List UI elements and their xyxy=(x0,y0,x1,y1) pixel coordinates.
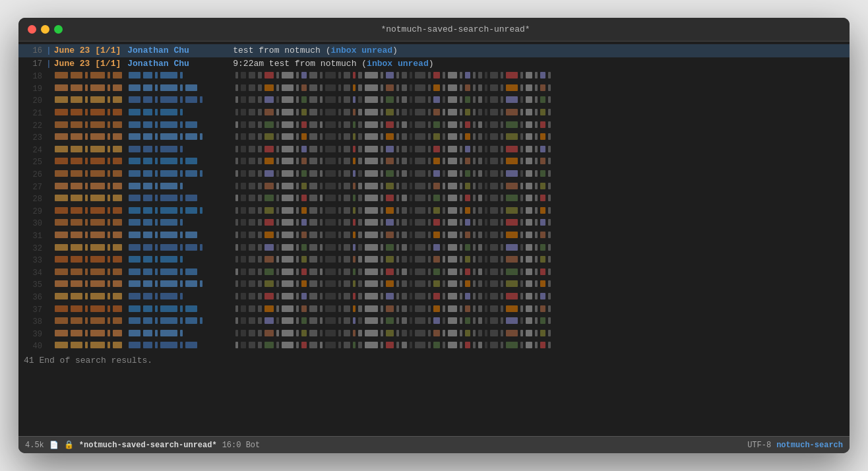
email-row-blurred[interactable]: 31 xyxy=(18,230,850,243)
blurred-subject xyxy=(235,133,844,140)
blurred-subject xyxy=(235,232,844,238)
blurred-date xyxy=(54,330,127,336)
row-number: 37 xyxy=(24,304,42,317)
buffer-filename: *notmuch-saved-search-unread* xyxy=(79,441,217,450)
email-row-blurred[interactable]: 28 xyxy=(18,193,850,206)
blurred-subject xyxy=(235,256,844,263)
blurred-sender xyxy=(128,232,233,238)
blurred-date xyxy=(54,317,127,324)
blurred-date xyxy=(54,219,127,226)
lock-icon: 🔒 xyxy=(64,440,74,450)
blurred-date xyxy=(54,109,127,115)
blurred-subject xyxy=(235,268,844,275)
blurred-sender xyxy=(128,121,233,128)
blurred-date xyxy=(54,170,127,177)
blurred-sender xyxy=(128,207,233,214)
email-row-blurred[interactable]: 36 xyxy=(18,292,850,304)
maximize-button[interactable] xyxy=(54,25,63,34)
blurred-sender xyxy=(128,84,233,91)
end-of-results: 41 End of search results. xyxy=(18,353,850,367)
blurred-subject xyxy=(235,305,844,312)
email-row-blurred[interactable]: 39 xyxy=(18,329,850,341)
tag-unread: unread xyxy=(361,46,392,55)
email-row-blurred[interactable]: 29 xyxy=(18,206,850,218)
row-number: 32 xyxy=(24,243,42,255)
email-row-blurred[interactable]: 35 xyxy=(18,279,850,292)
row-number: 39 xyxy=(24,329,42,341)
email-row-blurred[interactable]: 25 xyxy=(18,156,850,169)
blurred-sender xyxy=(128,330,233,336)
email-row-blurred[interactable]: 19 xyxy=(18,83,850,96)
email-subject: 9:22am test from notmuch (inbox unread) xyxy=(233,57,433,71)
blurred-sender xyxy=(128,305,233,312)
row-number: 27 xyxy=(24,181,42,194)
blurred-sender xyxy=(128,146,233,152)
row-number: 24 xyxy=(24,144,42,157)
email-row-blurred[interactable]: 37 xyxy=(18,304,850,317)
blurred-subject xyxy=(235,72,844,78)
close-button[interactable] xyxy=(28,25,36,34)
blurred-subject xyxy=(235,96,844,103)
blurred-date xyxy=(54,268,127,275)
email-row-blurred[interactable]: 27 xyxy=(18,181,850,194)
row-number: 25 xyxy=(24,156,42,169)
blurred-sender xyxy=(128,219,233,226)
blurred-sender xyxy=(128,158,233,164)
statusbar: 4.5k 📄 🔒 *notmuch-saved-search-unread* 1… xyxy=(18,436,850,453)
email-row-blurred[interactable]: 34 xyxy=(18,267,850,280)
row-number: 17 xyxy=(24,58,42,71)
row-number: 33 xyxy=(24,255,42,267)
blurred-sender xyxy=(128,280,233,287)
blurred-date xyxy=(54,72,127,78)
email-row-blurred[interactable]: 18 xyxy=(18,71,850,83)
cursor-position: 16:0 Bot xyxy=(222,441,261,450)
window-title: *notmuch-saved-search-unread* xyxy=(71,24,840,34)
row-number: 36 xyxy=(24,292,42,304)
blurred-sender xyxy=(128,133,233,140)
tag-unread: unread xyxy=(398,59,429,69)
row-number: 31 xyxy=(24,230,42,243)
email-row-blurred[interactable]: 22 xyxy=(18,120,850,133)
email-row-blurred[interactable]: 26 xyxy=(18,169,850,181)
blurred-subject xyxy=(235,207,844,214)
blurred-subject xyxy=(235,317,844,324)
blurred-date xyxy=(54,84,127,91)
email-list: 16 | June 23 [1/1] Jonathan Chu test fro… xyxy=(18,44,850,353)
file-icon: 📄 xyxy=(49,441,59,449)
email-row-17[interactable]: 17 | June 23 [1/1] Jonathan Chu 9:22am t… xyxy=(18,57,850,71)
row-number: 40 xyxy=(24,340,42,353)
email-row-blurred[interactable]: 23 xyxy=(18,132,850,144)
row-number: 19 xyxy=(24,83,42,96)
blurred-date xyxy=(54,195,127,201)
row-number: 20 xyxy=(24,95,42,108)
blurred-subject xyxy=(235,158,844,164)
email-row-blurred[interactable]: 21 xyxy=(18,108,850,120)
blurred-date xyxy=(54,293,127,299)
blurred-sender xyxy=(128,256,233,263)
tag-inbox: inbox xyxy=(330,46,356,55)
row-number: 30 xyxy=(24,218,42,230)
blurred-date xyxy=(54,256,127,263)
email-row-blurred[interactable]: 24 xyxy=(18,144,850,157)
email-subject: test from notmuch (inbox unread) xyxy=(233,44,398,57)
blurred-subject xyxy=(235,330,844,336)
blurred-sender xyxy=(128,72,233,78)
email-row-blurred[interactable]: 38 xyxy=(18,316,850,329)
email-row-blurred[interactable]: 40 xyxy=(18,340,850,353)
email-row-blurred[interactable]: 32 xyxy=(18,243,850,255)
traffic-lights xyxy=(28,25,63,34)
blurred-sender xyxy=(128,170,233,177)
email-row-16[interactable]: 16 | June 23 [1/1] Jonathan Chu test fro… xyxy=(18,44,850,57)
blurred-subject xyxy=(235,280,844,287)
email-row-blurred[interactable]: 33 xyxy=(18,255,850,267)
blurred-subject xyxy=(235,170,844,177)
blurred-date xyxy=(54,305,127,312)
email-row-blurred[interactable]: 20 xyxy=(18,95,850,108)
minimize-button[interactable] xyxy=(41,25,49,34)
blurred-date xyxy=(54,183,127,189)
blurred-date xyxy=(54,158,127,164)
blurred-subject xyxy=(235,219,844,226)
blurred-subject xyxy=(235,195,844,201)
email-row-blurred[interactable]: 30 xyxy=(18,218,850,230)
blurred-date xyxy=(54,96,127,103)
